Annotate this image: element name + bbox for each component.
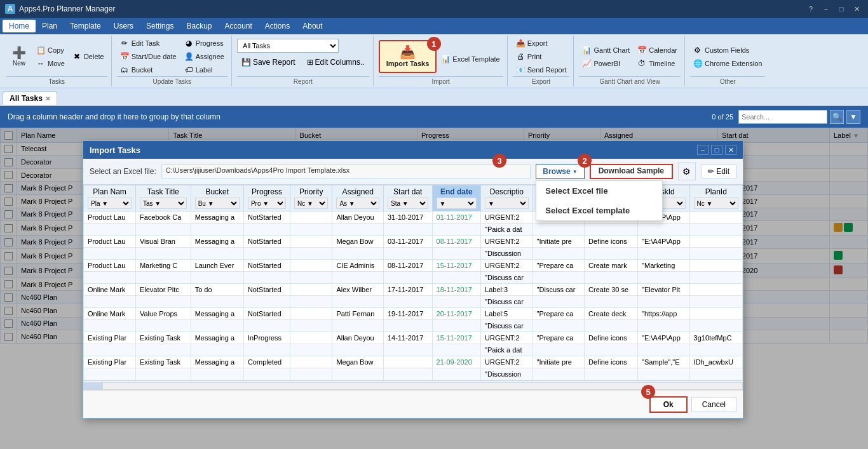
gantt-small-group: 📊 Gantt Chart 📈 PowerBI bbox=[579, 44, 633, 70]
print-button[interactable]: 🖨 Print bbox=[513, 50, 570, 63]
copy-move-group: 📋 Copy ↔ Move bbox=[33, 44, 68, 70]
desc1-col-select[interactable]: ▼ bbox=[485, 198, 529, 209]
modal-minimize-btn[interactable]: − bbox=[697, 145, 709, 155]
mth-end: End date ▼ bbox=[432, 185, 481, 211]
modal-table-row: Product LauMarketing CLaunch EverNotStar… bbox=[84, 260, 743, 272]
modal-close-btn[interactable]: ✕ bbox=[725, 145, 736, 155]
assignee-button[interactable]: 👤 Assignee bbox=[181, 50, 227, 63]
priority-col-select[interactable]: Nc ▼ bbox=[294, 198, 328, 209]
delete-button[interactable]: ✖ Delete bbox=[69, 50, 107, 63]
powerbi-button[interactable]: 📈 PowerBI bbox=[579, 57, 633, 70]
start-due-button[interactable]: 📅 Start/Due date bbox=[117, 50, 180, 63]
ribbon-group-gantt: 📊 Gantt Chart 📈 PowerBI 📅 Calendar ⏱ bbox=[575, 36, 685, 86]
help-btn[interactable]: ? bbox=[804, 4, 817, 14]
edit-button[interactable]: ✏ Edit bbox=[701, 164, 736, 178]
copy-button[interactable]: 📋 Copy bbox=[33, 44, 68, 57]
other-buttons: ⚙ Custom Fields 🌐 Chrome Extension bbox=[690, 37, 766, 76]
drag-hint-text: Drag a column header and drop it here to… bbox=[8, 112, 220, 121]
excel-template-button[interactable]: 📊 Excel Template bbox=[438, 53, 503, 65]
download-sample-button[interactable]: Download Sample bbox=[590, 164, 673, 179]
assignee-icon: 👤 bbox=[184, 52, 193, 61]
tab-close-icon[interactable]: ✕ bbox=[45, 95, 50, 102]
end-col-select[interactable]: ▼ bbox=[437, 198, 477, 209]
modal-table-row: "Discussion bbox=[84, 368, 743, 380]
tab-all-tasks[interactable]: All Tasks ✕ bbox=[3, 91, 57, 105]
mth-assigned: Assigned As ▼ bbox=[332, 185, 384, 211]
columns-icon: ⊞ bbox=[307, 58, 313, 67]
label-button[interactable]: 🏷 Label bbox=[181, 64, 227, 76]
tab-label: All Tasks bbox=[10, 94, 43, 103]
tasks-buttons: ➕ New 📋 Copy ↔ Move ✖ Dele bbox=[6, 37, 107, 76]
file-path: C:\Users\jijiuser\Downloads\Apps4Pro Imp… bbox=[161, 164, 531, 178]
menu-home[interactable]: Home bbox=[3, 20, 36, 32]
modal-restore-btn[interactable]: □ bbox=[711, 145, 722, 155]
browse-menu-select-template[interactable]: Select Excel template bbox=[536, 201, 662, 220]
menu-plan[interactable]: Plan bbox=[36, 20, 64, 32]
powerbi-icon: 📈 bbox=[582, 59, 591, 68]
assigned-col-select[interactable]: As ▼ bbox=[336, 198, 379, 209]
timeline-button[interactable]: ⏱ Timeline bbox=[634, 57, 681, 70]
search-options-button[interactable]: ▼ bbox=[846, 110, 860, 124]
ribbon-group-update: ✏ Edit Task 📅 Start/Due date 🗂 Bucket ◕ bbox=[113, 36, 232, 86]
timeline-icon: ⏱ bbox=[637, 59, 646, 68]
ribbon-group-other: ⚙ Custom Fields 🌐 Chrome Extension Other bbox=[686, 36, 770, 86]
badge-5: 5 bbox=[641, 385, 655, 399]
edit-task-button[interactable]: ✏ Edit Task bbox=[117, 37, 180, 50]
new-icon: ➕ bbox=[12, 47, 26, 58]
bucket-button[interactable]: 🗂 Bucket bbox=[117, 64, 180, 76]
gantt-buttons: 📊 Gantt Chart 📈 PowerBI 📅 Calendar ⏱ bbox=[579, 37, 681, 76]
bucket-col-select[interactable]: Bu ▼ bbox=[195, 198, 240, 209]
move-button[interactable]: ↔ Move bbox=[33, 57, 68, 70]
modal-table-row: Online MarkValue PropsMessaging aNotStar… bbox=[84, 308, 743, 320]
export-icon: 📤 bbox=[516, 39, 525, 48]
modal-footer: 5 Ok Cancel bbox=[83, 391, 743, 418]
progress-col-select[interactable]: Pro ▼ bbox=[248, 198, 286, 209]
cancel-button[interactable]: Cancel bbox=[691, 397, 736, 412]
search-button[interactable]: 🔍 bbox=[830, 110, 844, 124]
custom-fields-button[interactable]: ⚙ Custom Fields bbox=[690, 44, 766, 57]
badge-1: 1 bbox=[427, 37, 441, 51]
gear-button[interactable]: ⚙ bbox=[678, 163, 696, 180]
menu-template[interactable]: Template bbox=[64, 20, 107, 32]
update-small-group2: ◕ Progress 👤 Assignee 🏷 Label bbox=[181, 37, 227, 76]
ok-button[interactable]: Ok bbox=[649, 396, 688, 413]
calendar-view-button[interactable]: 📅 Calendar bbox=[634, 44, 681, 57]
start-col-select[interactable]: Sta ▼ bbox=[388, 198, 428, 209]
task-col-select[interactable]: Tas ▼ bbox=[140, 198, 187, 209]
save-report-button[interactable]: 💾 Save Report bbox=[237, 56, 300, 69]
restore-btn[interactable]: □ bbox=[835, 4, 848, 14]
menu-account[interactable]: Account bbox=[218, 20, 258, 32]
modal-toolbar: Select an Excel file: C:\Users\jijiuser\… bbox=[83, 159, 743, 185]
menu-users[interactable]: Users bbox=[107, 20, 140, 32]
menu-backup[interactable]: Backup bbox=[180, 20, 218, 32]
excel-template-group: 📊 Excel Template bbox=[438, 53, 503, 65]
export-button[interactable]: 📤 Export bbox=[513, 37, 570, 50]
all-tasks-select[interactable]: All Tasks bbox=[237, 39, 339, 53]
plan-col-select[interactable]: Pla ▼ bbox=[88, 198, 132, 209]
modal-table-row: "Discuss car bbox=[84, 296, 743, 308]
planid-col-select[interactable]: Nc ▼ bbox=[694, 198, 738, 209]
edit-columns-button[interactable]: ⊞ Edit Columns.. bbox=[302, 56, 369, 69]
minimize-btn[interactable]: − bbox=[820, 4, 832, 14]
menu-settings[interactable]: Settings bbox=[140, 20, 180, 32]
menu-actions[interactable]: Actions bbox=[259, 20, 296, 32]
mth-desc1: Descriptio ▼ bbox=[481, 185, 533, 211]
modal-table-row: "Discuss car bbox=[84, 320, 743, 332]
new-button[interactable]: ➕ New bbox=[6, 40, 32, 73]
progress-button[interactable]: ◕ Progress bbox=[181, 37, 227, 50]
browse-button[interactable]: Browse ▼ bbox=[536, 164, 584, 179]
progress-icon: ◕ bbox=[184, 39, 193, 48]
search-input[interactable] bbox=[738, 110, 827, 124]
send-report-button[interactable]: 📧 Send Report bbox=[513, 64, 570, 76]
browse-menu-select-excel[interactable]: Select Excel file bbox=[536, 181, 662, 201]
chrome-ext-button[interactable]: 🌐 Chrome Extension bbox=[690, 57, 766, 70]
scrollbar-thumb[interactable] bbox=[84, 383, 103, 389]
menu-about[interactable]: About bbox=[296, 20, 329, 32]
import-icon: 📥 bbox=[400, 46, 416, 58]
gantt-chart-button[interactable]: 📊 Gantt Chart bbox=[579, 44, 633, 57]
close-btn[interactable]: ✕ bbox=[850, 4, 863, 14]
gantt-icon: 📊 bbox=[582, 46, 591, 55]
import-buttons: 📥 Import Tasks 📊 Excel Template bbox=[379, 37, 503, 76]
browse-dropdown: Browse ▼ Select Excel file Select Excel … bbox=[536, 164, 584, 179]
modal-table-row: Product LauVisual BranMessaging aNotStar… bbox=[84, 236, 743, 248]
